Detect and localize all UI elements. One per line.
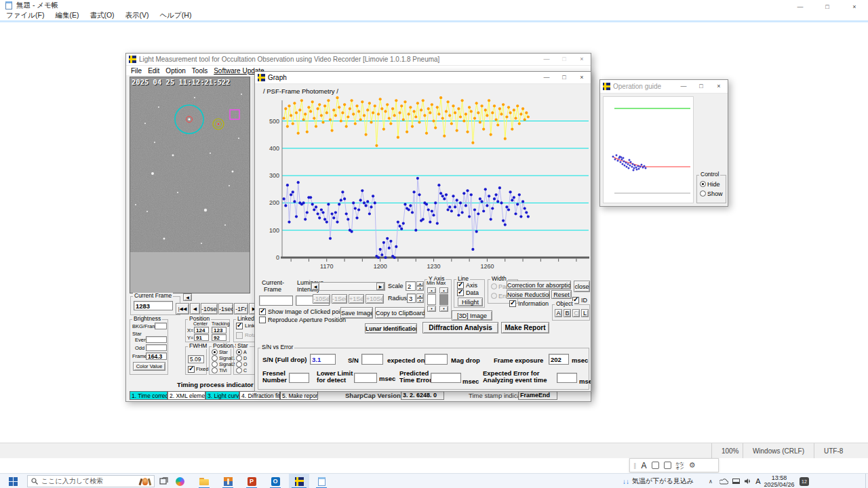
weather-trend-icon[interactable]: ↓↓	[620, 474, 632, 488]
object-b-button[interactable]: B	[564, 309, 571, 317]
close-icon[interactable]: ×	[710, 80, 728, 93]
object-c-button[interactable]: C	[572, 309, 580, 317]
weather-text[interactable]: 気温が下がる見込み	[632, 474, 701, 488]
scale-spinner[interactable]: ▲ ▼	[416, 281, 424, 291]
ime-language-button[interactable]: A	[753, 474, 764, 488]
timing-tab-2[interactable]: 2. XML element	[167, 391, 205, 400]
ime-mode-icon[interactable]: A	[642, 461, 647, 470]
plus-1sec-button[interactable]: +1Sec	[349, 294, 364, 304]
star-type-d-radio[interactable]	[236, 355, 242, 361]
object-l-button[interactable]: L	[581, 309, 589, 317]
outlook-button[interactable]: O	[267, 474, 284, 488]
menu-edit[interactable]: 編集(E)	[55, 11, 79, 20]
step-back-button[interactable]: ◀	[190, 303, 200, 314]
kana-mode-indicator[interactable]: かなオン	[676, 462, 684, 470]
minimize-icon[interactable]: —	[675, 80, 692, 93]
start-button[interactable]	[4, 474, 22, 488]
minimize-icon[interactable]: —	[538, 54, 555, 65]
maximize-icon[interactable]: □	[555, 72, 573, 83]
hilight-button[interactable]: Hilight	[458, 298, 483, 306]
menu-option[interactable]: Option	[165, 67, 185, 75]
close-graph-button[interactable]: close	[574, 281, 590, 292]
position-set-signal2-radio[interactable]	[212, 361, 218, 367]
menu-help[interactable]: ヘルプ(H)	[160, 11, 192, 20]
odd-input[interactable]	[146, 344, 167, 351]
position-set-tivi-radio[interactable]	[212, 367, 218, 373]
encoding[interactable]: UTF-8	[814, 443, 868, 458]
ymax-up-button[interactable]: ▲	[439, 287, 448, 293]
link-checkbox[interactable]	[236, 323, 243, 329]
back-10sec-button[interactable]: -10sec	[201, 303, 218, 314]
scrollbar-right-arrow[interactable]: ▶	[376, 283, 384, 290]
star-type-o-radio[interactable]	[236, 361, 242, 367]
sn-input[interactable]	[361, 354, 383, 365]
frame-scroll-left-button[interactable]: ◀	[183, 293, 192, 301]
fresnel-input[interactable]	[289, 373, 309, 383]
task-view-button[interactable]	[155, 474, 172, 488]
drag-handle-icon[interactable]: ∥	[633, 462, 637, 469]
back-1frame-button[interactable]: -1Fr	[234, 303, 248, 314]
ymax-down-button[interactable]: ▼	[439, 306, 448, 312]
width-entire-radio[interactable]	[491, 293, 497, 299]
line-ending[interactable]: Windows (CRLF)	[743, 443, 814, 458]
correction-absorption-button[interactable]: Correction for absorption	[507, 281, 571, 289]
predicted-error-input[interactable]	[431, 373, 461, 383]
star-type-c-radio[interactable]	[236, 367, 242, 373]
menu-format[interactable]: 書式(O)	[90, 11, 114, 20]
menu-file[interactable]: File	[131, 67, 142, 75]
video-frame-panel[interactable]: 2025 04 25 11:12:21:522	[130, 77, 250, 293]
scale-input[interactable]	[406, 281, 416, 291]
frame-exposure-input[interactable]	[549, 354, 569, 365]
menu-view[interactable]: 表示(V)	[125, 11, 149, 20]
limovie-taskbar-button[interactable]	[289, 474, 309, 488]
width-part-radio[interactable]	[491, 283, 497, 289]
copy-clipboard-button[interactable]: Copy to ClipBoard	[375, 307, 425, 319]
minimize-icon[interactable]: —	[538, 72, 555, 83]
expected-error-input[interactable]	[557, 373, 577, 383]
show-image-checkbox[interactable]	[259, 308, 266, 315]
bkg-frame-input[interactable]	[155, 323, 167, 329]
minus-1sec-button[interactable]: -1Sec	[332, 294, 347, 304]
radius-input[interactable]	[407, 293, 416, 303]
plus-10sec-button[interactable]: +10Sec	[366, 294, 384, 304]
information-checkbox[interactable]	[509, 300, 516, 307]
notepad-titlebar[interactable]: 無題 - メモ帳	[0, 0, 868, 11]
star-type-a-radio[interactable]	[236, 349, 242, 355]
color-value-button[interactable]: Color Value	[133, 362, 165, 371]
3d-image-button[interactable]: [3D] Image	[452, 310, 492, 321]
ymin-up-button[interactable]: ▲	[427, 287, 436, 293]
minus-10sec-button[interactable]: -10Sec	[313, 294, 330, 304]
show-radio[interactable]	[700, 190, 706, 197]
jump-start-button[interactable]: |◀◀	[176, 303, 189, 314]
frame-scrollbar[interactable]: ◀ ▶	[311, 282, 385, 291]
radius-spinner[interactable]: ▲ ▼	[416, 293, 424, 303]
y-center-input[interactable]	[194, 334, 209, 341]
notification-center-button[interactable]: 12	[796, 474, 812, 488]
object-a-button[interactable]: A	[555, 309, 562, 317]
close-icon[interactable]: ×	[573, 72, 591, 83]
tray-chevron-button[interactable]: ∧	[705, 474, 716, 488]
reset-button[interactable]: Reset	[551, 290, 572, 299]
limovie-titlebar[interactable]: Light Measurement tool for Occultation O…	[126, 54, 591, 66]
sn-full-drop-input[interactable]	[310, 354, 336, 365]
timing-tab-4[interactable]: 4. Diffraction fit	[239, 391, 280, 400]
position-set-star-radio[interactable]	[212, 349, 218, 355]
y-tracking-input[interactable]	[212, 334, 226, 341]
notepad-taskbar-button[interactable]	[313, 474, 330, 488]
lower-limit-input[interactable]	[354, 373, 377, 383]
position-set-signal1-radio[interactable]	[212, 355, 218, 361]
graph-current-frame-input[interactable]	[259, 296, 293, 306]
noise-reduction-button[interactable]: Noise Reduction	[507, 290, 550, 299]
zoom-level[interactable]: 100%	[711, 443, 743, 458]
network-tray-button[interactable]	[730, 474, 742, 488]
powerpoint-button[interactable]: P	[243, 474, 260, 488]
show-desktop-button[interactable]	[865, 474, 868, 488]
ime-settings-gear-icon[interactable]: ⚙	[689, 461, 696, 470]
menu-edit[interactable]: Edit	[148, 67, 159, 75]
menu-file[interactable]: ファイル(F)	[6, 11, 44, 20]
ymin-track[interactable]	[427, 294, 436, 305]
expected-on-input[interactable]	[425, 354, 448, 365]
timing-tab-3[interactable]: 3. Light curve	[205, 391, 239, 400]
back-1sec-button[interactable]: -1sec	[218, 303, 233, 314]
current-frame-input[interactable]	[134, 301, 173, 310]
